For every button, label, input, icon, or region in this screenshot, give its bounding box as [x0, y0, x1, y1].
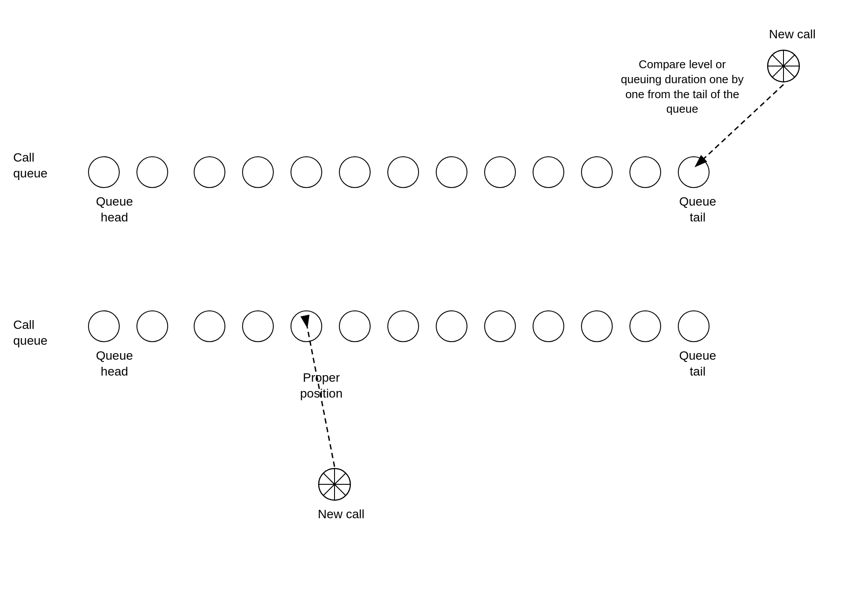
top-dashed-arrow — [0, 0, 868, 308]
svg-line-13 — [307, 327, 335, 467]
bottom-dashed-arrow — [0, 264, 868, 528]
svg-line-6 — [695, 85, 783, 166]
diagram-container: Call queue Queue head Queue tail New cal… — [0, 0, 868, 590]
